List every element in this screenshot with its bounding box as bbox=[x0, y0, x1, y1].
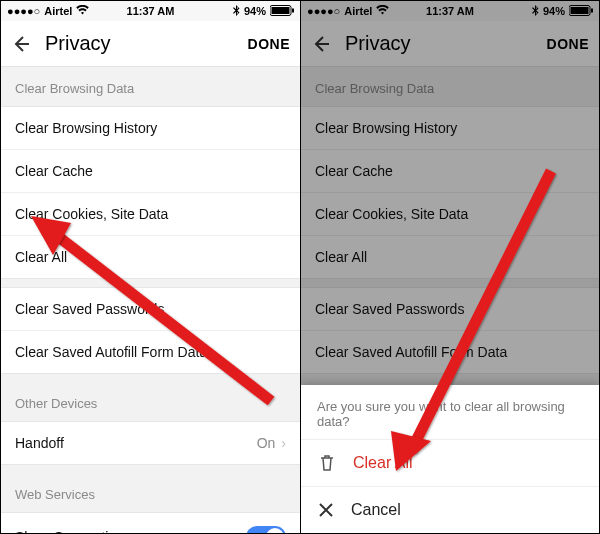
row-clear-cache[interactable]: Clear Cache bbox=[1, 150, 300, 193]
row-value: On bbox=[257, 435, 276, 451]
action-sheet: Are you sure you want to clear all brows… bbox=[301, 385, 599, 533]
toggle-switch[interactable] bbox=[246, 526, 286, 533]
row-label: Clear Cookies, Site Data bbox=[15, 206, 168, 222]
chevron-right-icon: › bbox=[281, 435, 286, 451]
page-title: Privacy bbox=[45, 32, 248, 55]
row-saved-passwords[interactable]: Clear Saved Passwords bbox=[1, 288, 300, 331]
sheet-action-label: Clear All bbox=[353, 454, 413, 472]
row-label: Handoff bbox=[15, 435, 64, 451]
row-label: Show Suggestions bbox=[15, 529, 131, 533]
row-label: Clear Saved Autofill Form Data bbox=[15, 344, 207, 360]
trash-icon bbox=[319, 454, 335, 472]
row-autofill[interactable]: Clear Saved Autofill Form Data bbox=[1, 331, 300, 373]
row-label: Clear Cache bbox=[15, 163, 93, 179]
clock-label: 11:37 AM bbox=[1, 5, 300, 17]
row-clear-history[interactable]: Clear Browsing History bbox=[1, 107, 300, 150]
right-screenshot: ●●●●○ Airtel 11:37 AM 94% Priv bbox=[300, 1, 599, 533]
row-label: Clear Browsing History bbox=[15, 120, 157, 136]
row-clear-all[interactable]: Clear All bbox=[1, 236, 300, 278]
back-arrow-icon[interactable] bbox=[11, 34, 31, 54]
status-bar: ●●●●○ Airtel 11:37 AM 94% bbox=[1, 1, 300, 21]
done-button[interactable]: DONE bbox=[248, 36, 290, 52]
row-clear-cookies[interactable]: Clear Cookies, Site Data bbox=[1, 193, 300, 236]
row-show-suggestions[interactable]: Show Suggestions bbox=[1, 513, 300, 533]
close-icon bbox=[319, 503, 333, 517]
row-handoff[interactable]: Handoff On› bbox=[1, 422, 300, 464]
sheet-cancel[interactable]: Cancel bbox=[301, 486, 599, 533]
sheet-action-label: Cancel bbox=[351, 501, 401, 519]
sheet-message: Are you sure you want to clear all brows… bbox=[301, 385, 599, 439]
sheet-clear-all[interactable]: Clear All bbox=[301, 439, 599, 486]
section-header-other-devices: Other Devices bbox=[1, 382, 300, 421]
navbar: Privacy DONE bbox=[1, 21, 300, 67]
section-header-clear-data: Clear Browsing Data bbox=[1, 67, 300, 106]
row-label: Clear All bbox=[15, 249, 67, 265]
row-label: Clear Saved Passwords bbox=[15, 301, 164, 317]
left-screenshot: ●●●●○ Airtel 11:37 AM 94% Priv bbox=[1, 1, 300, 533]
section-header-web-services: Web Services bbox=[1, 473, 300, 512]
